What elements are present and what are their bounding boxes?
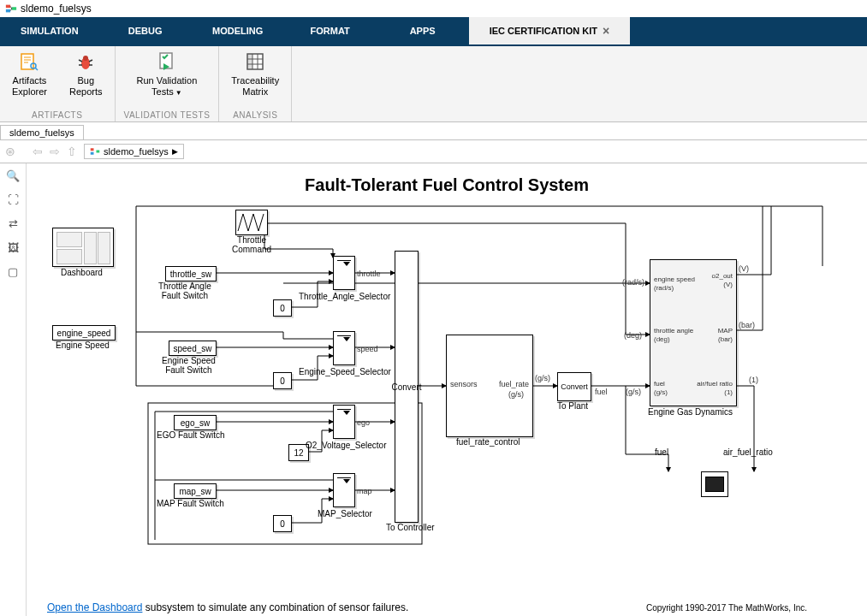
tab-format[interactable]: FORMAT xyxy=(284,17,377,44)
artifacts-explorer-label: Artifacts Explorer xyxy=(12,75,47,98)
close-icon[interactable]: × xyxy=(603,24,609,38)
svg-rect-1 xyxy=(6,9,10,13)
speed-selector-block[interactable] xyxy=(333,331,355,365)
sig-v: (V) xyxy=(739,264,749,273)
svg-rect-22 xyxy=(91,148,94,151)
window-title: sldemo_fuelsys xyxy=(21,3,92,15)
traceability-label: Traceability Matrix xyxy=(231,75,279,98)
speed-sw-block[interactable]: speed_sw xyxy=(169,341,217,356)
sig-one: (1) xyxy=(749,376,758,384)
const-0-map[interactable]: 0 xyxy=(273,515,292,532)
engine-gas-dynamics-block[interactable]: engine speed (rad/s) throttle angle (deg… xyxy=(650,259,737,406)
chevron-right-icon: ▶ xyxy=(172,147,178,156)
to-plant-label: To Plant xyxy=(557,401,588,411)
bug-reports-label: Bug Reports xyxy=(69,75,103,98)
box-icon[interactable]: ▢ xyxy=(6,264,20,278)
nav-up-icon: ⇧ xyxy=(67,145,77,158)
model-canvas[interactable]: Fault-Tolerant Fuel Control System xyxy=(27,163,867,616)
bug-icon xyxy=(75,51,96,72)
svg-point-9 xyxy=(83,56,88,61)
zoom-icon[interactable]: 🔍 xyxy=(6,169,20,182)
ribbon-group-artifacts-label: ARTIFACTS xyxy=(32,110,82,120)
map-selector-label: MAP_Selector xyxy=(318,509,372,518)
ribbon-group-artifacts: Artifacts Explorer Bug Reports ARTIFACTS xyxy=(0,46,116,121)
fuel-label: fuel xyxy=(655,447,668,457)
sig-deg: (deg) xyxy=(624,331,642,340)
diagram-title: Fault-Tolerant Fuel Control System xyxy=(27,175,867,195)
nav-back-icon[interactable]: ⇦ xyxy=(33,145,43,158)
hide-explorer-icon[interactable]: ⊛ xyxy=(5,145,15,158)
throttle-command-label: Throttle Command xyxy=(232,235,271,254)
convert-to-controller-block[interactable]: Convert xyxy=(395,251,419,523)
eng-out1: o2_out xyxy=(712,272,733,280)
svg-line-3 xyxy=(10,6,12,9)
svg-rect-23 xyxy=(91,152,94,155)
throttle-port-label: throttle xyxy=(357,270,381,278)
fuel-rate-control-block[interactable]: sensors fuel_rate (g/s) xyxy=(446,335,533,437)
annotation-footer: Open the Dashboard subsystem to simulate… xyxy=(47,601,846,613)
frc-label: fuel_rate_control xyxy=(456,437,520,447)
ribbon-group-validation-label: VALIDATION TESTS xyxy=(124,110,211,120)
svg-rect-24 xyxy=(97,151,100,153)
o2-selector-label: O2_Voltage_Selector xyxy=(306,441,387,450)
fit-icon[interactable]: ⛶ xyxy=(6,192,20,206)
model-icon xyxy=(90,146,100,157)
tab-debug[interactable]: DEBUG xyxy=(99,17,192,44)
ego-sw-block[interactable]: ego_sw xyxy=(174,415,217,430)
frc-fuelrate-port: fuel_rate xyxy=(499,380,529,388)
throttle-command-block[interactable] xyxy=(235,210,268,235)
svg-rect-21 xyxy=(247,54,252,69)
traceability-matrix-button[interactable]: Traceability Matrix xyxy=(228,50,282,99)
to-controller-label: To Controller xyxy=(386,523,435,532)
ribbon-tabstrip: SIMULATION DEBUG MODELING FORMAT APPS IE… xyxy=(0,17,867,46)
throttle-selector-label: Throttle_Angle_Selector xyxy=(299,292,390,301)
image-icon[interactable]: 🖼 xyxy=(6,240,20,254)
map-port-label: map xyxy=(357,487,372,495)
run-validation-label: Run Validation Tests▼ xyxy=(137,75,198,98)
nav-forward-icon: ⇨ xyxy=(50,145,60,158)
artifacts-explorer-button[interactable]: Artifacts Explorer xyxy=(9,50,50,99)
dashboard-block[interactable] xyxy=(52,228,114,267)
bug-reports-button[interactable]: Bug Reports xyxy=(66,50,106,99)
speed-port-label: speed xyxy=(357,345,378,353)
convert-to-plant-block[interactable]: Convert xyxy=(557,372,591,401)
tab-iec-label: IEC CERTIFICATION KIT xyxy=(490,26,597,36)
svg-line-4 xyxy=(10,9,12,11)
throttle-sw-block[interactable]: throttle_sw xyxy=(165,266,217,281)
tab-modeling[interactable]: MODELING xyxy=(192,17,284,44)
scope-block[interactable] xyxy=(701,471,728,497)
tab-iec-certification-kit[interactable]: IEC CERTIFICATION KIT × xyxy=(469,17,630,44)
tab-simulation[interactable]: SIMULATION xyxy=(0,17,99,44)
chevron-down-icon: ▼ xyxy=(175,89,182,97)
run-validation-tests-button[interactable]: Run Validation Tests▼ xyxy=(134,50,201,100)
throttle-selector-block[interactable] xyxy=(333,256,355,290)
simulink-icon xyxy=(5,3,17,15)
dashboard-label: Dashboard xyxy=(61,268,103,277)
map-selector-block[interactable] xyxy=(333,473,355,507)
swap-icon[interactable]: ⇄ xyxy=(6,216,20,230)
eng-in2-u: (deg) xyxy=(654,335,670,343)
document-tab[interactable]: sldemo_fuelsys xyxy=(0,125,84,139)
map-sw-block[interactable]: map_sw xyxy=(174,483,217,499)
sig-rads: (rad/s) xyxy=(622,278,644,287)
titlebar: sldemo_fuelsys xyxy=(0,0,867,17)
eng-in3-u: (g/s) xyxy=(654,388,668,396)
left-palette: 🔍 ⛶ ⇄ 🖼 ▢ xyxy=(0,163,27,616)
engine-speed-block[interactable]: engine_speed xyxy=(52,325,116,341)
tab-apps[interactable]: APPS xyxy=(377,17,469,44)
o2-selector-block[interactable] xyxy=(333,405,355,439)
const-0-speed[interactable]: 0 xyxy=(273,372,292,389)
speed-selector-label: Engine_Speed_Selector xyxy=(299,367,391,376)
frc-unit: (g/s) xyxy=(508,390,524,399)
eng-in1: engine speed xyxy=(654,275,695,283)
eng-out2-u: (bar) xyxy=(718,335,733,343)
breadcrumb[interactable]: sldemo_fuelsys ▶ xyxy=(84,144,184,159)
eng-out3-u: (1) xyxy=(724,388,733,396)
map-sw-label: MAP Fault Switch xyxy=(157,499,224,508)
const-0-throttle[interactable]: 0 xyxy=(273,299,292,317)
open-dashboard-link[interactable]: Open the Dashboard xyxy=(47,601,142,613)
sig-fuel-1: fuel xyxy=(595,388,608,396)
eng-out3: air/fuel ratio xyxy=(697,380,733,388)
matrix-icon xyxy=(245,51,265,72)
eng-in1-u: (rad/s) xyxy=(654,284,674,292)
